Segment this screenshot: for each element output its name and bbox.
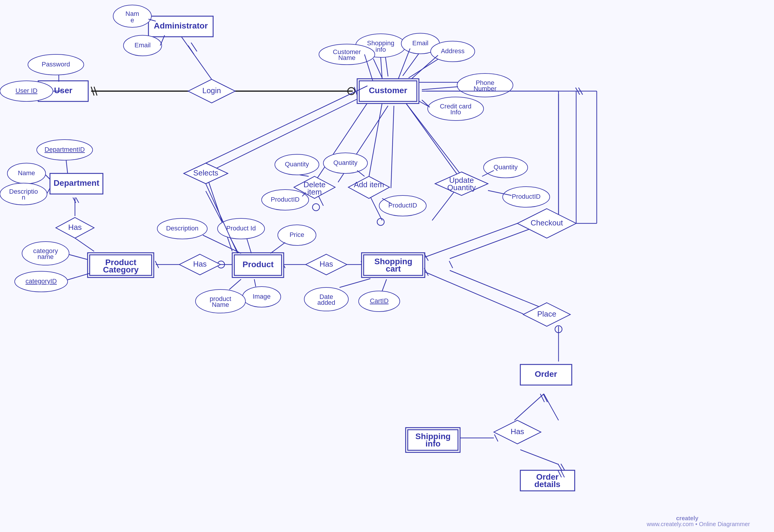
svg-line-76 xyxy=(69,255,88,260)
attr-shopping-info-label2: info xyxy=(375,46,386,53)
svg-line-73 xyxy=(66,160,68,173)
watermark-brand: creately xyxy=(676,515,698,521)
svg-line-74 xyxy=(46,175,50,179)
svg-line-22 xyxy=(75,238,94,251)
svg-line-56 xyxy=(367,103,382,185)
attr-del-qty-label: Quantity xyxy=(285,160,309,168)
relationship-update-qty-label2: Quantity xyxy=(447,183,476,192)
svg-line-62 xyxy=(449,261,453,268)
svg-line-101 xyxy=(425,272,523,314)
attr-del-pid-label: ProductID xyxy=(271,196,300,203)
svg-line-83 xyxy=(382,279,387,291)
attr-price-label: Price xyxy=(290,231,304,238)
relationship-place-label: Place xyxy=(537,310,556,318)
attr-cart-id-label: CartID xyxy=(370,297,389,305)
svg-line-24 xyxy=(73,198,76,203)
attr-dept-name-label: Name xyxy=(18,169,35,177)
attr-dept-desc-label2: n xyxy=(22,194,25,201)
entity-administrator-label: Administrator xyxy=(154,21,208,30)
svg-line-91 xyxy=(206,86,367,163)
attr-date-added-label2: added xyxy=(317,299,335,306)
svg-line-79 xyxy=(247,239,251,253)
attr-dept-id-label: DepartmentID xyxy=(45,146,85,153)
relationship-add-item-label: Add item xyxy=(354,180,384,189)
attr-credit-card-label2: Info xyxy=(450,108,461,116)
svg-line-87 xyxy=(357,170,365,176)
relationship-has-dept-label: Has xyxy=(68,223,82,232)
svg-line-25 xyxy=(76,198,79,203)
watermark-url: www.creately.com • Online Diagrammer xyxy=(646,521,750,527)
entity-shipping-info-label2: info xyxy=(425,439,440,448)
attr-upd-pid-label: ProductID xyxy=(512,193,541,200)
svg-line-85 xyxy=(300,175,309,176)
relationship-login-label: Login xyxy=(202,86,221,95)
attr-customer-name-label2: Name xyxy=(338,54,356,61)
entity-user-label: User xyxy=(54,86,72,95)
attr-prod-name-label2: Name xyxy=(212,301,229,308)
svg-line-46 xyxy=(520,450,559,464)
entity-shopping-cart-label2: cart xyxy=(386,264,401,273)
svg-line-77 xyxy=(68,273,90,280)
entity-order-label: Order xyxy=(535,369,557,379)
svg-line-41 xyxy=(544,394,559,420)
svg-line-92 xyxy=(206,184,238,253)
relationship-has-prod-cart-label: Has xyxy=(320,260,333,268)
svg-line-70 xyxy=(412,55,438,79)
entity-product-category-label2: Category xyxy=(103,265,139,274)
attr-cat-id-label: categoryID xyxy=(26,277,57,285)
attr-password-label: Password xyxy=(42,61,70,68)
svg-line-84 xyxy=(340,279,370,287)
svg-line-40 xyxy=(514,394,544,420)
attr-address-label: Address xyxy=(441,47,465,55)
attr-add-pid-label: ProductID xyxy=(388,202,417,209)
relationship-delete-item-label2: item xyxy=(307,188,322,196)
svg-line-82 xyxy=(229,279,241,290)
svg-line-96 xyxy=(425,223,517,257)
svg-line-7 xyxy=(179,34,212,79)
attr-prod-desc-label: Description xyxy=(166,225,198,232)
svg-line-45 xyxy=(494,434,498,441)
entity-department-label: Department xyxy=(54,178,99,188)
svg-line-10 xyxy=(385,54,388,76)
attr-upd-qty-label: Quantity xyxy=(494,163,518,171)
entity-product-label: Product xyxy=(243,260,274,269)
entity-order-details-label2: details xyxy=(534,480,561,489)
attr-add-qty-label: Quantity xyxy=(333,159,357,166)
svg-point-57 xyxy=(377,218,384,225)
relationship-has-cat-prod-label: Has xyxy=(193,260,207,268)
svg-line-80 xyxy=(270,242,285,253)
svg-point-54 xyxy=(312,204,320,211)
attr-customer-email-label: Email xyxy=(412,39,428,47)
attr-image-label: Image xyxy=(253,293,270,300)
svg-line-8 xyxy=(188,46,194,54)
relationship-has-order-label: Has xyxy=(511,427,524,436)
attr-admin-email-label: Email xyxy=(134,41,151,49)
svg-line-9 xyxy=(191,43,197,51)
svg-line-71 xyxy=(422,87,458,90)
relationship-selects-label: Selects xyxy=(193,168,218,177)
relationship-checkout-label: Checkout xyxy=(531,218,563,227)
svg-line-81 xyxy=(254,279,256,287)
entity-customer-label: Customer xyxy=(369,86,407,95)
attr-admin-name-label2: e xyxy=(131,16,134,24)
attr-prod-id-label: Product Id xyxy=(226,225,256,232)
attr-user-id-label: User ID xyxy=(16,87,38,94)
svg-line-17 xyxy=(391,106,394,188)
attr-cat-name-label2: name xyxy=(37,253,54,260)
